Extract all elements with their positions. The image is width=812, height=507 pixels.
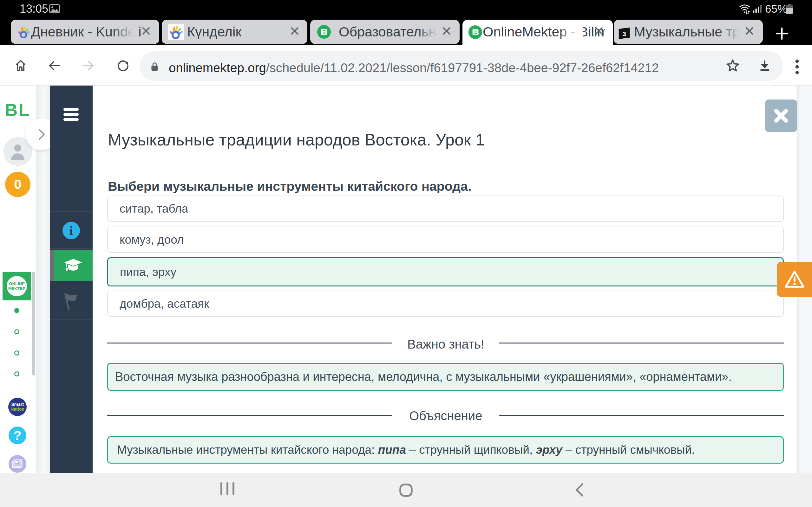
svg-text:3: 3: [622, 30, 626, 38]
